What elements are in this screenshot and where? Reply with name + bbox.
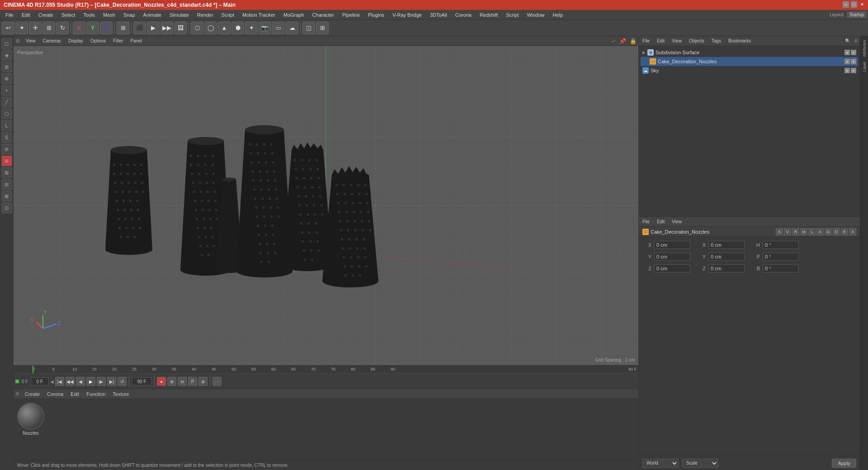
floor-button[interactable]: ▭: [272, 22, 285, 34]
mat-create-menu[interactable]: Create: [23, 391, 42, 397]
obj-editor-vis-btn-2[interactable]: ●: [844, 59, 850, 64]
menu-create[interactable]: Create: [35, 11, 57, 19]
record-button[interactable]: ⊛: [198, 377, 208, 386]
menu-window[interactable]: Window: [523, 11, 548, 19]
attr-tab-a[interactable]: A: [816, 228, 824, 235]
pos-keyframe-button[interactable]: P: [188, 377, 197, 386]
attr-file-menu[interactable]: File: [641, 219, 651, 224]
menu-mograph[interactable]: MoGraph: [280, 11, 308, 19]
edge-mode-button[interactable]: ╱: [1, 97, 12, 108]
obj-editor-vis-btn[interactable]: ●: [844, 50, 850, 55]
mat-function-menu[interactable]: Function: [85, 391, 107, 397]
minimize-button[interactable]: –: [843, 1, 849, 8]
attr-tab-r[interactable]: R: [792, 228, 799, 235]
menu-motion-tracker[interactable]: Motion Tracker: [239, 11, 279, 19]
attr-tab-v[interactable]: V: [784, 228, 791, 235]
obj-cake-decoration-nozzles[interactable]: ⬡ Cake_Decoration_Nozzles ● ●: [641, 57, 858, 66]
menu-render[interactable]: Render: [193, 11, 217, 19]
texture-mode-button[interactable]: ⊞: [1, 61, 12, 72]
attr-tab-e[interactable]: E: [841, 228, 848, 235]
polygon-mode-button[interactable]: ⬡: [1, 108, 12, 119]
cube-button[interactable]: ⬡: [191, 22, 203, 34]
menu-animate[interactable]: Animate: [140, 11, 165, 19]
end-frame-input[interactable]: [132, 377, 152, 385]
light-button[interactable]: ✦: [245, 22, 258, 34]
undo-button[interactable]: ↩: [2, 22, 14, 34]
axis-mode-button[interactable]: ⊕: [1, 73, 12, 84]
sphere-button[interactable]: ◯: [204, 22, 217, 34]
vp-options-menu[interactable]: Options: [89, 38, 108, 43]
render-active-view-button[interactable]: ▶▶: [160, 22, 173, 34]
menu-mesh[interactable]: Mesh: [99, 11, 119, 19]
menu-3dtoall[interactable]: 3DToAll: [426, 11, 451, 19]
menu-vray[interactable]: V-Ray Bridge: [389, 11, 425, 19]
menu-edit[interactable]: Edit: [18, 11, 34, 19]
obj-editor-vis-btn-3[interactable]: ●: [844, 68, 850, 73]
brush-tool-button[interactable]: ⊛: [1, 155, 12, 166]
attr-tab-m[interactable]: M: [800, 228, 807, 235]
knife-button[interactable]: ⊡: [1, 202, 12, 213]
apply-button[interactable]: Apply: [832, 459, 856, 468]
obj-edit-menu[interactable]: Edit: [655, 38, 666, 43]
go-to-end-button[interactable]: ▶|: [107, 377, 116, 386]
attr-y2-input[interactable]: [708, 253, 745, 261]
attr-z-pos-input[interactable]: [654, 264, 690, 273]
obj-sky[interactable]: ☁ Sky ● ●: [641, 66, 858, 75]
attr-x-pos-input[interactable]: [654, 241, 690, 249]
play-forward-step-button[interactable]: ▶: [97, 377, 106, 386]
picture-viewer-button[interactable]: 🖼: [174, 22, 187, 34]
menu-script2[interactable]: Script: [502, 11, 522, 19]
menu-select[interactable]: Select: [58, 11, 79, 19]
vp-filter-menu[interactable]: Filter: [111, 38, 125, 43]
smooth-tool-button[interactable]: ⊘: [1, 144, 12, 155]
obj-objects-menu[interactable]: Objects: [687, 38, 706, 43]
attributes-tab[interactable]: Attributes: [862, 38, 867, 59]
rotate-button[interactable]: ↻: [56, 22, 69, 34]
menu-plugins[interactable]: Plugins: [364, 11, 388, 19]
obj-filter-icon[interactable]: ⚙: [854, 38, 858, 43]
live-select-button[interactable]: ✦: [15, 22, 28, 34]
mat-texture-menu[interactable]: Texture: [111, 391, 131, 397]
attr-edit-menu[interactable]: Edit: [655, 219, 666, 224]
render-region-button[interactable]: ⬛: [133, 22, 146, 34]
spline-tool-button[interactable]: S: [1, 132, 12, 143]
attr-tab-s[interactable]: S: [776, 228, 783, 235]
vp-expand-icon[interactable]: ⤢: [611, 38, 616, 44]
obj-search-icon[interactable]: 🔍: [845, 38, 850, 43]
world-coord-button[interactable]: ⊞: [117, 22, 129, 34]
menu-file[interactable]: File: [2, 11, 17, 19]
viewport[interactable]: Perspective: [14, 46, 638, 365]
sculpt-button[interactable]: ⊞: [1, 167, 12, 178]
vp-cameras-menu[interactable]: Cameras: [41, 38, 63, 43]
close-button[interactable]: ✕: [859, 1, 865, 8]
attr-p-input[interactable]: [763, 253, 799, 261]
attr-x2-input[interactable]: [708, 241, 745, 249]
obj-bookmarks-menu[interactable]: Bookmarks: [726, 38, 753, 43]
attr-tab-x[interactable]: X: [849, 228, 856, 235]
attr-tab-g[interactable]: G: [825, 228, 832, 235]
sky-button[interactable]: ☁: [286, 22, 298, 34]
keyframe-button[interactable]: ⊕: [167, 377, 176, 386]
move-button[interactable]: ✛: [29, 22, 42, 34]
play-backwards-button[interactable]: ◀◀: [66, 377, 75, 386]
menu-simulate[interactable]: Simulate: [166, 11, 193, 19]
layout-dropdown[interactable]: Startup: [847, 12, 866, 18]
attr-b-input[interactable]: [763, 264, 799, 273]
scale-dropdown[interactable]: Scale: [682, 459, 718, 468]
magnet-button[interactable]: ⊟: [1, 179, 12, 190]
camera-button[interactable]: 📷: [259, 22, 271, 34]
timeline-options-button[interactable]: ⋯: [212, 377, 222, 386]
menu-help[interactable]: Help: [549, 11, 567, 19]
point-mode-button[interactable]: •: [1, 85, 12, 96]
menu-tools[interactable]: Tools: [80, 11, 99, 19]
object-mode-button[interactable]: ◈: [1, 50, 12, 61]
vp-panel-menu[interactable]: Panel: [129, 38, 144, 43]
menu-script[interactable]: Script: [218, 11, 238, 19]
mat-corona-menu[interactable]: Corona: [45, 391, 65, 397]
attr-tab-l[interactable]: L: [808, 228, 816, 235]
obj-view-menu[interactable]: View: [670, 38, 684, 43]
maximize-button[interactable]: □: [851, 1, 857, 8]
material-settings-icon[interactable]: ⚙: [15, 391, 19, 396]
menu-pipeline[interactable]: Pipeline: [339, 11, 363, 19]
y-axis-button[interactable]: Y: [86, 22, 99, 34]
